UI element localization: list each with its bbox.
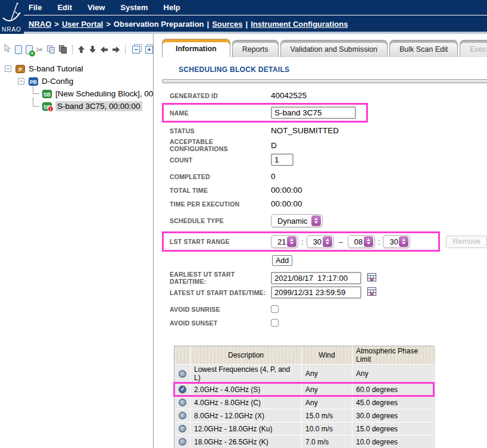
collapse-expander-icon[interactable]: −	[5, 65, 11, 72]
earliest-ut-label: EARLIEST UT START DATE/TIME:	[170, 271, 271, 285]
earliest-ut-input[interactable]	[271, 272, 361, 284]
tab-reports[interactable]: Reports	[232, 40, 279, 57]
expand-all-icon[interactable]: +	[145, 46, 153, 54]
acceptable-configurations-label: ACCEPTABLE CONFIGURATIONS	[170, 138, 271, 152]
breadcrumb-separator: >	[103, 20, 114, 29]
table-row[interactable]: 12.0GHz - 18.0GHz (Ku) 10.0 m/s 15.0 deg…	[174, 422, 433, 435]
time-per-execution-row: TIME PER EXECUTION 00:00:00	[170, 198, 487, 210]
menu-file[interactable]: File	[29, 3, 42, 12]
scheduling-block-badge-icon: SB	[42, 90, 52, 98]
tree-connector	[33, 97, 39, 106]
table-header-row: Description Wind Atmospheric Phase Limit	[174, 346, 433, 364]
breadcrumb-link-nrao[interactable]: NRAO	[29, 20, 51, 29]
status-row: STATUS NOT_SUBMITTED	[170, 124, 487, 137]
tree-item-label[interactable]: S-band 3C75, 00:00:00	[55, 101, 142, 111]
collapse-expander-icon[interactable]: −	[18, 78, 24, 84]
avoid-sunrise-checkbox[interactable]	[271, 305, 279, 313]
time-colon: :	[301, 237, 304, 246]
nrao-logo[interactable]: NRAO	[0, 0, 24, 34]
row-radio[interactable]	[179, 399, 186, 406]
breadcrumb-link-sources[interactable]: Sources	[212, 20, 242, 29]
row-radio[interactable]	[179, 438, 186, 446]
tab-information[interactable]: Information	[162, 39, 230, 57]
menu-edit[interactable]: Edit	[57, 3, 72, 12]
project-tree-panel: ✂ − + − P S-band Tutorial − PB D-Config …	[0, 34, 154, 448]
count-row: COUNT	[170, 153, 487, 166]
range-dash: –	[339, 237, 343, 246]
table-row[interactable]: 18.0GHz - 26.5GHz (K) 7.0 m/s 10.0 degre…	[174, 436, 433, 448]
menu-view[interactable]: View	[88, 3, 105, 12]
pointer-icon[interactable]	[3, 43, 11, 55]
time-per-execution-value: 00:00:00	[271, 199, 302, 208]
tree-item-project[interactable]: − P S-band Tutorial	[0, 62, 153, 75]
latest-ut-label: LATEST UT START DATE/TIME:	[170, 289, 271, 296]
tree-item-program-block[interactable]: − PB D-Config	[0, 75, 153, 87]
new-document-add-icon[interactable]	[26, 45, 33, 54]
section-heading: SCHEDULING BLOCK DETAILS	[179, 65, 487, 74]
menu-help[interactable]: Help	[164, 3, 180, 12]
row-radio[interactable]	[179, 425, 186, 433]
move-left-icon[interactable]	[100, 46, 108, 54]
name-label: NAME	[170, 109, 271, 117]
lst-start-range-highlight: LST START RANGE 21 : 30 – 08	[162, 231, 440, 252]
row-radio[interactable]	[179, 370, 186, 378]
generated-id-row: GENERATED ID 40042525	[170, 89, 487, 102]
schedule-type-selected-value: Dynamic	[271, 217, 311, 225]
cut-icon[interactable]: ✂	[36, 45, 44, 54]
remove-lst-range-button[interactable]: Remove	[446, 236, 487, 248]
acceptable-configurations-row: ACCEPTABLE CONFIGURATIONS D	[170, 138, 487, 152]
move-down-icon[interactable]	[89, 45, 96, 54]
table-row[interactable]: 8.0GHz - 12.0GHz (X) 15.0 m/s 30.0 degre…	[174, 409, 433, 422]
tab-bulk-scan-edit[interactable]: Bulk Scan Edit	[389, 40, 458, 57]
row-radio-selected[interactable]	[179, 386, 186, 393]
lst-start-minute-select[interactable]: 30	[307, 235, 334, 248]
move-right-icon[interactable]	[112, 46, 120, 54]
calendar-icon[interactable]	[367, 273, 376, 283]
new-document-icon[interactable]	[15, 45, 22, 54]
lst-start-range-label: LST START RANGE	[170, 238, 271, 245]
table-row[interactable]: Lowest Frequencies (4, P, and L) Any Any	[174, 365, 433, 383]
name-input[interactable]	[271, 106, 356, 119]
avoid-sunset-checkbox[interactable]	[271, 319, 279, 327]
tree-item-label[interactable]: [New Scheduling Block], 00:00:00	[55, 89, 154, 98]
app-header: NRAO File Edit View System Help NRAO > U…	[0, 0, 487, 34]
scheduling-block-badge-icon: SB !	[42, 102, 52, 111]
avoid-sunset-label: AVOID SUNSET	[170, 319, 271, 327]
move-up-icon[interactable]	[77, 45, 85, 54]
lst-start-hour-select[interactable]: 21	[271, 235, 298, 248]
schedule-type-select[interactable]: Dynamic	[271, 214, 323, 227]
copy-icon[interactable]	[47, 45, 55, 54]
time-colon: :	[378, 237, 380, 246]
tree-item-label[interactable]: S-band Tutorial	[29, 64, 83, 73]
tree-item-scheduling-block-selected[interactable]: SB ! S-band 3C75, 00:00:00	[0, 100, 153, 112]
completed-row: COMPLETED 0	[170, 170, 487, 183]
add-lst-range-button[interactable]: Add	[272, 255, 292, 266]
row-radio[interactable]	[179, 412, 186, 419]
tab-executions: Executions	[460, 40, 487, 57]
menu-system[interactable]: System	[120, 3, 148, 12]
generated-id-label: GENERATED ID	[170, 92, 271, 99]
selector-column-header	[174, 346, 190, 364]
count-input[interactable]	[271, 153, 294, 166]
lst-end-hour-select[interactable]: 08	[348, 235, 375, 248]
paste-icon[interactable]	[59, 45, 67, 54]
calendar-icon[interactable]	[367, 287, 376, 297]
breadcrumb-link-user-portal[interactable]: User Portal	[62, 20, 103, 29]
table-row[interactable]: 4.0GHz - 8.0GHz (C) Any 45.0 degrees	[174, 396, 433, 409]
select-stepper-icon	[287, 236, 296, 247]
latest-ut-input[interactable]	[271, 286, 361, 299]
tab-validation-and-submission[interactable]: Validation and Submission	[280, 40, 388, 57]
earliest-ut-row: EARLIEST UT START DATE/TIME:	[170, 271, 487, 285]
breadcrumb-separator: |	[204, 20, 213, 29]
lst-end-minute-select[interactable]: 30	[383, 235, 410, 248]
collapse-all-icon[interactable]: −	[132, 46, 140, 54]
table-row-selected[interactable]: 2.0GHz - 4.0GHz (S) Any 60.0 degrees	[174, 383, 433, 396]
status-value: NOT_SUBMITTED	[271, 126, 339, 135]
tab-strip: Information Reports Validation and Submi…	[162, 39, 487, 57]
tree-item-scheduling-block-new[interactable]: SB [New Scheduling Block], 00:00:00	[0, 87, 153, 100]
breadcrumb-link-instrument-configurations[interactable]: Instrument Configurations	[251, 20, 348, 29]
tree-item-label[interactable]: D-Config	[42, 77, 73, 86]
name-row-highlight: NAME	[162, 103, 368, 123]
breadcrumb-separator: >	[51, 20, 62, 29]
select-stepper-icon	[399, 236, 408, 247]
